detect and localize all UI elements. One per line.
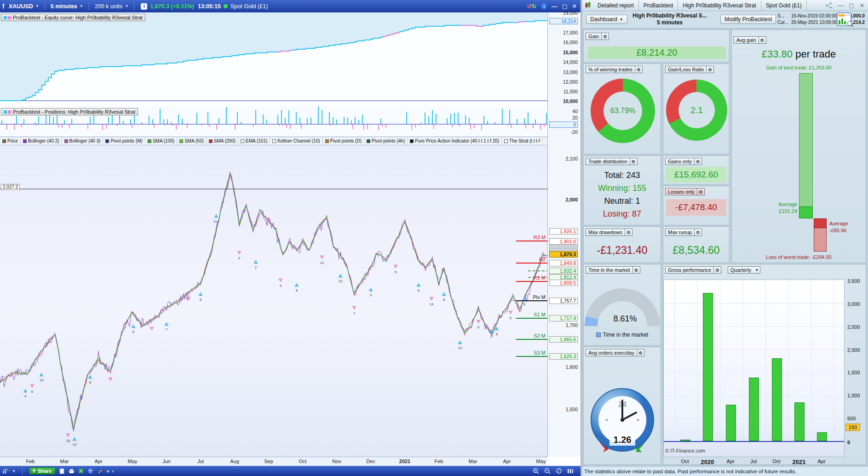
chevron-down-icon[interactable]: ▼ xyxy=(12,469,16,473)
share-nodes-icon[interactable] xyxy=(825,2,833,9)
legend-checkbox[interactable] xyxy=(179,139,183,143)
equity-axis-tick: 16,000 xyxy=(563,40,578,45)
time-in-market-value: 8.61% xyxy=(598,314,653,324)
wrench-icon[interactable]: ⚙ xyxy=(630,158,637,165)
zoom-reset-icon[interactable] xyxy=(555,468,562,475)
minimize-button[interactable]: — xyxy=(838,2,844,9)
equity-axis-tick: 12,000 xyxy=(563,79,578,85)
strategy-title: High Pr0bability R3vesal S... xyxy=(624,12,716,19)
legend-checkbox[interactable] xyxy=(64,139,68,143)
equity-curve-panel[interactable] xyxy=(0,12,547,106)
columns-icon[interactable] xyxy=(567,468,574,475)
collapse-toolbar-button[interactable]: « xyxy=(107,468,109,474)
scroll-left-button[interactable]: ‹ xyxy=(112,468,114,474)
units-dropdown[interactable]: 200 k units ▼ xyxy=(93,3,130,10)
gross-performance-plot[interactable]: © IT-Finance.com xyxy=(663,279,845,457)
timeframe-dropdown[interactable]: 5 minutes ▼ xyxy=(49,3,85,10)
positions-axis-tick: -20 xyxy=(571,129,578,135)
wrench-icon[interactable]: ⚙ xyxy=(601,33,609,40)
tab-detailed-report[interactable]: Detailed report xyxy=(593,0,639,11)
wrench-icon[interactable]: ⚙ xyxy=(637,350,644,356)
wrench-icon[interactable]: ⚙ xyxy=(706,66,713,73)
legend-item-bollinger-40-3-[interactable]: Bollinger (40 3) xyxy=(62,137,103,145)
dashboard-dropdown[interactable]: Dashboard ▼ xyxy=(586,15,627,24)
symbol-dropdown[interactable]: XAUUSD ▼ xyxy=(7,3,41,10)
chevron-down-icon: ▼ xyxy=(620,17,623,22)
tab-probacktest[interactable]: ProBacktest xyxy=(639,0,678,11)
legend-item-pivot-points-m-[interactable]: Pivot points (M) xyxy=(103,137,145,145)
trade-distribution-header: Trade distribution ⚙ xyxy=(586,158,638,165)
zoom-out-icon[interactable] xyxy=(544,468,551,475)
legend-item-the-strat-t-t-t-f[interactable]: The Strat (t t t f xyxy=(502,137,543,145)
legend-item-bollinger-40-2-[interactable]: Bollinger (40 2) xyxy=(21,137,62,145)
share-button[interactable]: Share xyxy=(29,467,56,475)
modify-probacktest-button[interactable]: Modify ProBacktest xyxy=(720,15,776,24)
wrench-icon[interactable]: ⚙ xyxy=(694,229,701,235)
legend-checkbox[interactable] xyxy=(272,139,276,143)
wrench-icon[interactable]: ⚙ xyxy=(759,37,766,43)
legend-item-pivot-points-4h-[interactable]: Pivot points (4h) xyxy=(364,137,408,145)
table-icon[interactable] xyxy=(87,468,94,475)
pin-icon[interactable] xyxy=(0,3,7,10)
legend-item-keltner-channel-10-[interactable]: Keltner Channel (10) xyxy=(270,137,322,145)
tab-spot-gold-1-[interactable]: Spot Gold (£1) xyxy=(761,0,807,11)
legend-item-ema-101-[interactable]: EMA (101) xyxy=(238,137,270,145)
legend-checkbox[interactable] xyxy=(23,139,27,143)
legend-checkbox[interactable] xyxy=(2,139,6,143)
max-runup-header: Max runup ⚙ xyxy=(665,229,702,236)
legend-item-sma-50-[interactable]: SMA (50) xyxy=(177,137,207,145)
print-icon[interactable] xyxy=(68,468,75,475)
wrench-icon[interactable]: ⚙ xyxy=(632,267,640,273)
legend-checkbox[interactable] xyxy=(241,139,244,143)
wrench-icon[interactable]: ⚙ xyxy=(713,267,721,273)
close-button[interactable]: ✕ xyxy=(572,3,577,10)
legend-item-sma-200-[interactable]: SMA (200) xyxy=(207,137,238,145)
price-chart[interactable]: R3 MR2R1 MPiv MS1 MS2 MS3 M4613151086781… xyxy=(0,145,547,457)
period-dropdown[interactable]: Quarterly ▼ xyxy=(728,266,760,274)
draw-tool-icon[interactable] xyxy=(97,468,104,475)
close-button[interactable]: ✕ xyxy=(860,2,864,9)
legend-label: Pivot points (4h) xyxy=(372,138,405,143)
equity-curve-chart[interactable] xyxy=(0,12,547,106)
legend-item-pivot-points-d-[interactable]: Pivot points (D) xyxy=(323,137,364,145)
equity-panel-title[interactable]: ProBacktest - Equity curve: High Pr0babi… xyxy=(1,14,145,21)
wrench-icon[interactable]: ⚙ xyxy=(635,66,642,73)
legend-checkbox[interactable] xyxy=(504,139,508,143)
legend-checkbox[interactable] xyxy=(367,139,370,143)
positions-panel-title[interactable]: ProBacktest - Positions: High Pr0babilit… xyxy=(1,108,138,115)
legend-checkbox[interactable] xyxy=(410,139,414,143)
losses-only-label: Losses only xyxy=(666,189,697,195)
document-icon[interactable] xyxy=(58,468,65,475)
legend-checkbox[interactable] xyxy=(148,139,151,143)
maximize-button[interactable]: ▢ xyxy=(562,3,568,10)
gain-loss-widget: Gain/Loss Ratio ⚙ 2.1 xyxy=(663,63,730,155)
info-icon[interactable]: i xyxy=(141,3,147,10)
wrench-icon[interactable]: ⚙ xyxy=(625,229,632,235)
avg-orders-value: 1.26 xyxy=(614,435,632,445)
month-label-2021: 2021 xyxy=(399,459,410,464)
tab-high-pr0bability-r3vesal-strat[interactable]: High Pr0bability R3vesal Strat xyxy=(678,0,761,11)
zoom-in-icon[interactable] xyxy=(532,468,539,475)
wrench-icon[interactable]: ⚙ xyxy=(697,189,704,195)
legend-item-pure-price-action-indicator-40-t-t-1-t-f-20-[interactable]: Pure Price Action Indicator (40 t t 1 t … xyxy=(408,137,502,145)
price-axis-strip[interactable]: 19,00017,00016,00015,00014,00013,00012,0… xyxy=(547,12,581,457)
start-date: 15-Nov-2019 02:00:00 xyxy=(791,13,841,19)
equity-panel-title-text: ProBacktest - Equity curve: High Pr0babi… xyxy=(13,15,143,20)
legend-item-sma-100-[interactable]: SMA (100) xyxy=(145,137,177,145)
legend-checkbox[interactable] xyxy=(209,139,213,143)
refresh-icon[interactable]: ↺↻ xyxy=(527,3,536,10)
gp-bar-jul xyxy=(749,378,759,441)
legend-label: Pivot points (D) xyxy=(330,138,362,143)
minimize-button[interactable]: — xyxy=(552,3,558,10)
legend-checkbox[interactable] xyxy=(325,139,329,143)
help-badge-icon[interactable]: i xyxy=(541,3,547,9)
legend-item-price[interactable]: Price xyxy=(0,137,21,145)
chart-style-icon[interactable] xyxy=(2,468,9,475)
maximize-button[interactable]: ▢ xyxy=(849,2,854,9)
legend-checkbox[interactable] xyxy=(105,139,109,143)
export-excel-icon[interactable] xyxy=(78,468,85,475)
price-chart-canvas[interactable]: R3 MR2R1 MPiv MS1 MS2 MS3 M4613151086781… xyxy=(0,145,547,457)
report-icon[interactable] xyxy=(836,12,854,27)
wrench-icon[interactable]: ⚙ xyxy=(694,158,701,165)
time-axis[interactable]: FebMarAprMayJunJulAugSepOctNovDec2021Feb… xyxy=(0,457,547,466)
